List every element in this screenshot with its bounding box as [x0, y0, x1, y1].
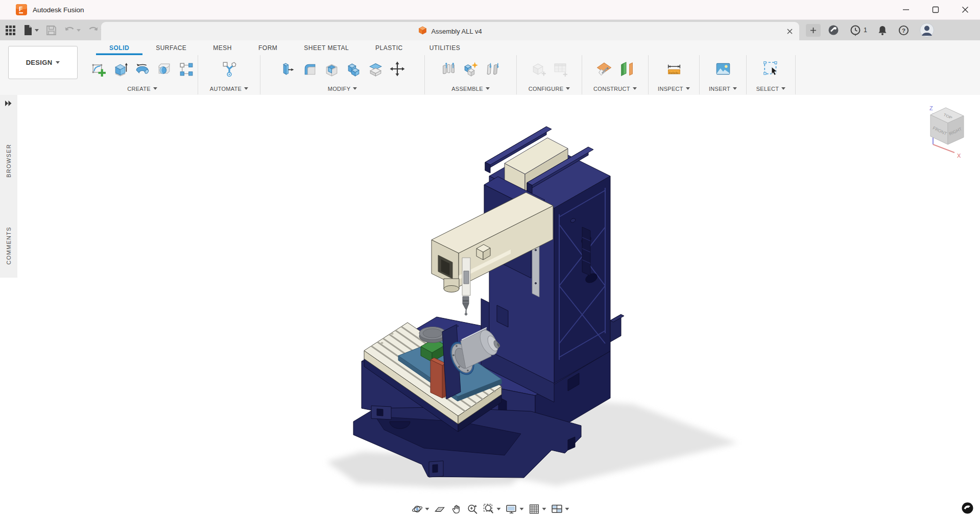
profile-icon[interactable]: [919, 22, 935, 38]
press-pull-icon[interactable]: [278, 58, 297, 80]
group-label-modify[interactable]: MODIFY: [260, 83, 424, 94]
ribbon-group-insert: INSERT: [700, 55, 747, 94]
viewport[interactable]: Z X TOP FRONT RIGHT BROWSER COMMENTS: [0, 95, 980, 518]
help-icon[interactable]: ?: [898, 24, 910, 36]
workspace-label: DESIGN: [26, 59, 53, 66]
notifications-icon[interactable]: [877, 24, 888, 36]
insert-image-icon[interactable]: [713, 58, 733, 80]
rectangular-pattern-icon[interactable]: [177, 58, 196, 80]
browser-panel-tab[interactable]: BROWSER: [6, 144, 12, 178]
workspace-selector[interactable]: DESIGN: [8, 46, 78, 79]
construction-plane-icon[interactable]: [594, 58, 614, 80]
new-document-icon[interactable]: [806, 24, 821, 37]
ribbon-tab-utilities[interactable]: UTILITIES: [416, 40, 474, 55]
group-label-inspect[interactable]: INSPECT: [649, 83, 699, 94]
fillet-icon[interactable]: [300, 58, 319, 80]
chevron-down-icon: [56, 61, 60, 64]
group-label-insert[interactable]: INSERT: [700, 83, 746, 94]
chevron-down-icon: [486, 87, 490, 90]
ribbon-group-assemble: ASSEMBLE: [425, 55, 517, 94]
extensions-icon[interactable]: [827, 24, 840, 36]
combine-icon[interactable]: [344, 58, 363, 80]
ribbon-tab-surface[interactable]: SURFACE: [142, 40, 200, 55]
chevron-down-icon: [781, 87, 785, 90]
ribbon-tab-solid[interactable]: SOLID: [96, 40, 142, 55]
quick-access-toolbar: [5, 20, 105, 40]
shell-icon[interactable]: [322, 58, 341, 80]
chevron-down-icon: [35, 29, 39, 32]
new-component-icon[interactable]: [461, 58, 481, 80]
ribbon-group-configure: CONFIGURE: [517, 55, 582, 94]
group-label-select[interactable]: SELECT: [747, 83, 795, 94]
spindle: [462, 258, 470, 315]
group-label-automate[interactable]: AUTOMATE: [198, 83, 260, 94]
ribbon-tab-plastic[interactable]: PLASTIC: [362, 40, 416, 55]
group-label-assemble[interactable]: ASSEMBLE: [425, 83, 516, 94]
toolbar-right-icons: 1?: [827, 20, 935, 40]
job-status-icon[interactable]: 1: [849, 24, 867, 36]
viewports-icon[interactable]: [551, 503, 569, 515]
svg-text:F: F: [19, 6, 22, 13]
ribbon-group-construct: CONSTRUCT: [582, 55, 649, 94]
document-title: Assembly ALL v4: [431, 28, 482, 35]
look-at-icon[interactable]: [434, 503, 445, 515]
close-icon[interactable]: [950, 0, 980, 19]
ribbon-tab-sheet-metal[interactable]: SHEET METAL: [291, 40, 362, 55]
display-settings-icon[interactable]: [505, 503, 523, 515]
ribbon-group-automate: AUTOMATE: [198, 55, 260, 94]
rigid-group-icon[interactable]: [483, 58, 503, 80]
group-label-construct[interactable]: CONSTRUCT: [582, 83, 648, 94]
app-grid-icon[interactable]: [5, 25, 16, 36]
expand-panels-icon[interactable]: [4, 100, 13, 109]
group-label-create[interactable]: CREATE: [87, 83, 198, 94]
comments-panel-tab[interactable]: COMMENTS: [6, 227, 12, 265]
ribbon-tab-form[interactable]: FORM: [245, 40, 291, 55]
hole-icon[interactable]: [155, 58, 174, 80]
chevron-down-icon: [733, 87, 737, 90]
grid-settings-icon[interactable]: [528, 503, 546, 515]
offset-plane-icon[interactable]: [616, 58, 636, 80]
group-label-configure[interactable]: CONFIGURE: [517, 83, 582, 94]
axis-x-label: X: [957, 153, 961, 159]
extrude-icon[interactable]: [111, 58, 130, 80]
chevron-down-icon: [425, 508, 429, 510]
assistant-icon[interactable]: [962, 502, 973, 514]
ribbon-groups: CREATEAUTOMATEMODIFYASSEMBLECONFIGURECON…: [87, 55, 796, 94]
save-icon: [46, 25, 57, 36]
pan-icon[interactable]: [450, 503, 462, 515]
app-toolbar: Assembly ALL v4 1?: [0, 20, 980, 40]
title-bar: F Autodesk Fusion: [0, 0, 980, 20]
document-tab[interactable]: Assembly ALL v4: [101, 22, 799, 40]
minimize-icon[interactable]: [891, 0, 921, 19]
file-new-icon[interactable]: [23, 24, 39, 36]
chevron-down-icon: [633, 87, 637, 90]
split-body-icon[interactable]: [366, 58, 385, 80]
chevron-down-icon: [566, 87, 570, 90]
left-panel-strip: BROWSER COMMENTS: [0, 95, 17, 278]
badge-count: 1: [864, 27, 867, 34]
chevron-down-icon: [542, 508, 546, 510]
revolve-icon[interactable]: [133, 58, 152, 80]
close-document-icon[interactable]: [785, 27, 794, 36]
ribbon-group-inspect: INSPECT: [649, 55, 700, 94]
chevron-down-icon: [496, 508, 500, 510]
create-sketch-icon[interactable]: [89, 58, 108, 80]
zoom-icon[interactable]: [466, 503, 478, 515]
view-cube[interactable]: Z X TOP FRONT RIGHT: [929, 105, 964, 159]
chevron-down-icon: [244, 87, 248, 90]
chevron-down-icon: [519, 508, 523, 510]
navigation-bar: [411, 503, 569, 515]
configuration-table-icon: [551, 58, 570, 80]
select-icon[interactable]: [761, 58, 781, 80]
window-controls: [891, 0, 980, 19]
undo-icon: [64, 25, 81, 35]
ribbon-tab-mesh[interactable]: MESH: [200, 40, 245, 55]
measure-icon[interactable]: [664, 58, 684, 80]
automate-icon[interactable]: [220, 58, 239, 80]
move-copy-icon[interactable]: [388, 58, 407, 80]
maximize-icon[interactable]: [921, 0, 950, 19]
joint-icon[interactable]: [439, 58, 459, 80]
chevron-down-icon: [353, 87, 357, 90]
orbit-icon[interactable]: [411, 503, 429, 515]
zoom-window-icon[interactable]: [483, 503, 500, 515]
